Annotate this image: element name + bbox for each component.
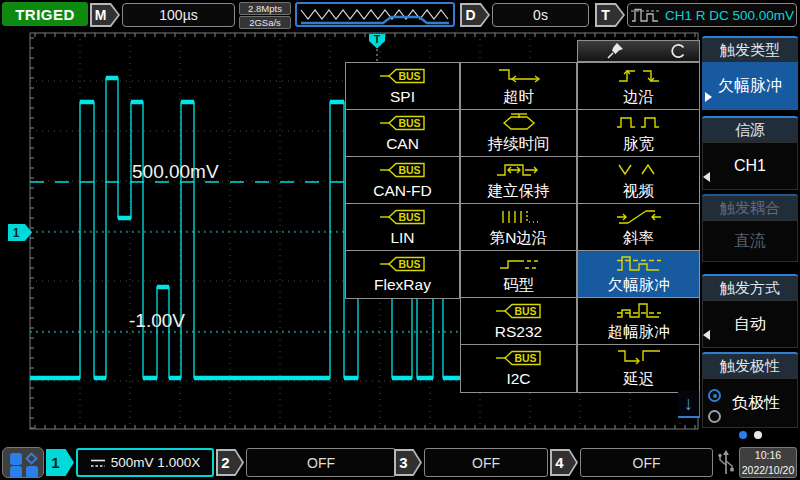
channel-marker-number: 1 <box>13 226 20 240</box>
menu-item-延迟[interactable]: 延迟 <box>578 345 699 392</box>
menu-item-FlexRay[interactable]: BUSFlexRay <box>346 251 459 298</box>
menu-item-label: 持续时间 <box>488 134 550 154</box>
menu-item-label: 超幅脉冲 <box>608 322 670 342</box>
trigger-low-level-label: -1.00V <box>129 310 185 332</box>
page-dot[interactable] <box>754 431 762 439</box>
channel-number: 2 <box>218 451 242 474</box>
menu-item-边沿[interactable]: 边沿 <box>578 63 699 110</box>
runt-trigger-icon <box>630 7 660 23</box>
delay-value-button[interactable]: 0s <box>492 3 589 27</box>
bus-icon: BUS <box>379 254 427 274</box>
menu-item-label: RS232 <box>495 322 542 342</box>
menu-item-超时[interactable]: 超时 <box>461 63 576 110</box>
bus-icon: BUS <box>379 160 427 180</box>
menu-item-建立保持[interactable]: 建立保持 <box>461 157 576 204</box>
sidebar-section-title: 触发类型 <box>702 36 798 62</box>
svg-text:BUS: BUS <box>398 116 420 128</box>
menu-item-I2C[interactable]: BUSI2C <box>461 345 576 392</box>
delay-badge: D <box>460 3 490 27</box>
video-icon <box>615 160 663 180</box>
bus-icon: BUS <box>495 348 543 368</box>
menu-column-2: 超时持续时间建立保持第N边沿码型BUSRS232BUSI2C <box>460 62 577 393</box>
menu-item-label: 建立保持 <box>488 181 550 201</box>
sidebar-section-title: 触发耦合 <box>702 194 798 220</box>
top-status-bar: TRIGED M 100µs 2.8Mpts 2GSa/s D 0s T CH1… <box>0 0 800 30</box>
time-text: 10:16 <box>755 448 781 462</box>
channel-4-status-button[interactable]: OFF <box>580 448 713 477</box>
bus-icon: BUS <box>379 113 427 133</box>
sample-rate-badge: 2GSa/s <box>239 16 291 29</box>
sidebar-option-label: 直流 <box>734 231 766 252</box>
menu-item-label: 超时 <box>503 87 534 107</box>
bus-icon: BUS <box>379 66 427 86</box>
trigger-marker-letter: T <box>374 34 380 45</box>
radio-unselected-icon[interactable] <box>708 410 721 423</box>
channel-3-badge[interactable]: 3 <box>394 449 422 476</box>
pulse-width-icon <box>615 113 663 133</box>
menu-item-码型[interactable]: 码型 <box>461 251 576 298</box>
menu-item-label: 第N边沿 <box>490 228 548 248</box>
timebase-badge: M <box>90 3 120 27</box>
channel-3-status-button[interactable]: OFF <box>424 448 548 477</box>
sidebar-option-负极性[interactable]: 负极性 <box>702 378 798 428</box>
channel-number: 3 <box>396 451 420 474</box>
trigger-settings-sidebar: 触发类型欠幅脉冲信源CH1触发耦合直流触发方式自动触发极性负极性 <box>700 30 800 445</box>
channel-1-status-button[interactable]: 500mV 1.000X <box>76 448 214 477</box>
sidebar-option-CH1[interactable]: CH1 <box>702 142 798 190</box>
channel-2-badge[interactable]: 2 <box>216 449 244 476</box>
channel-1-badge[interactable]: 1 <box>46 449 74 476</box>
channel-status-text: OFF <box>472 455 500 471</box>
menu-item-脉宽[interactable]: 脉宽 <box>578 110 699 157</box>
svg-text:BUS: BUS <box>398 210 420 222</box>
usb-icon <box>716 449 736 476</box>
sidebar-option-label: 自动 <box>734 314 766 335</box>
nth-edge-icon <box>495 207 543 227</box>
timebase-value-button[interactable]: 100µs <box>122 3 235 27</box>
menu-item-label: CAN-FD <box>373 181 432 201</box>
trigger-readout-button[interactable]: CH1 R DC 500.00mV <box>627 3 797 27</box>
page-dot-active[interactable] <box>739 431 747 439</box>
menu-item-label: I2C <box>506 369 530 389</box>
menu-item-持续时间[interactable]: 持续时间 <box>461 110 576 157</box>
pin-icon[interactable] <box>606 42 624 60</box>
menu-item-欠幅脉冲[interactable]: 欠幅脉冲 <box>578 251 699 298</box>
menu-item-label: SPI <box>390 87 415 107</box>
menu-item-SPI[interactable]: BUSSPI <box>346 63 459 110</box>
sidebar-option-自动[interactable]: 自动 <box>702 300 798 348</box>
sidebar-option-欠幅脉冲[interactable]: 欠幅脉冲 <box>702 62 798 110</box>
menu-item-超幅脉冲[interactable]: 超幅脉冲 <box>578 298 699 345</box>
channel-2-status-button[interactable]: OFF <box>246 448 396 477</box>
menu-item-LIN[interactable]: BUSLIN <box>346 204 459 251</box>
page-indicator[interactable] <box>700 431 800 439</box>
menu-item-label: FlexRay <box>374 275 431 295</box>
menu-item-视频[interactable]: 视频 <box>578 157 699 204</box>
menu-tile-icon <box>10 466 22 478</box>
menu-header-bar <box>577 40 700 62</box>
radio-selected-icon[interactable] <box>708 389 721 402</box>
clock[interactable]: 10:16 2022/10/20 <box>739 447 797 478</box>
waveform-overview-bar[interactable] <box>295 2 455 27</box>
refresh-icon[interactable] <box>669 42 687 60</box>
trigger-badge: T <box>595 3 625 27</box>
menu-item-label: 欠幅脉冲 <box>608 275 670 295</box>
menu-item-斜率[interactable]: 斜率 <box>578 204 699 251</box>
channel-4-badge[interactable]: 4 <box>550 449 578 476</box>
date-text: 2022/10/20 <box>742 463 795 477</box>
sidebar-option-label: 负极性 <box>720 393 780 414</box>
expand-arrow-icon <box>705 92 712 102</box>
edge-icon <box>615 66 663 86</box>
diamond-tile-icon <box>25 452 38 465</box>
menu-item-第N边沿[interactable]: 第N边沿 <box>461 204 576 251</box>
menu-tile-icon <box>10 453 22 465</box>
menu-item-label: LIN <box>390 228 414 248</box>
svg-text:BUS: BUS <box>398 69 420 81</box>
duration-icon <box>495 113 543 133</box>
menu-item-CAN-FD[interactable]: BUSCAN-FD <box>346 157 459 204</box>
channel1-position-marker[interactable]: 1 <box>8 224 32 241</box>
pattern-icon <box>495 254 543 274</box>
menu-item-CAN[interactable]: BUSCAN <box>346 110 459 157</box>
menu-tile-icon <box>26 466 38 478</box>
menu-scroll-down-button[interactable]: ↓ <box>678 391 701 418</box>
home-menu-button[interactable] <box>2 447 44 478</box>
menu-item-RS232[interactable]: BUSRS232 <box>461 298 576 345</box>
